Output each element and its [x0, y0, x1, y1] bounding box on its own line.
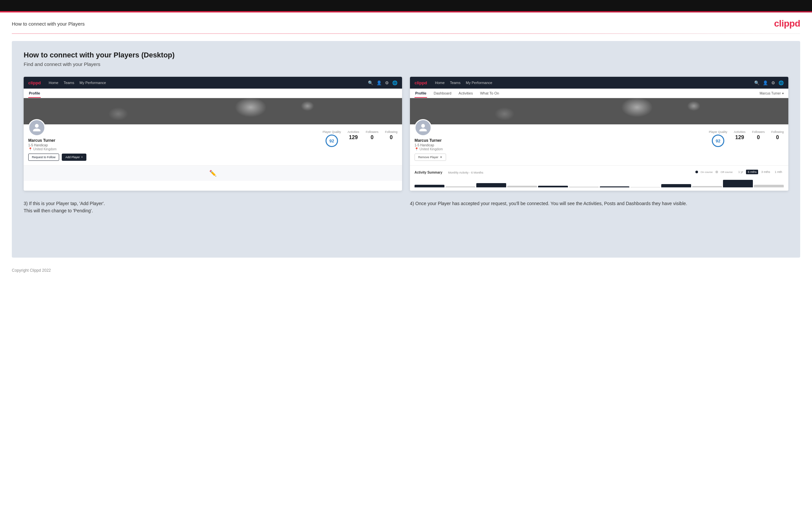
- close-icon-2: ✕: [440, 156, 443, 159]
- description-step3: 3) If this is your Player tap, 'Add Play…: [23, 200, 402, 215]
- stats-row-2: Player Quality 92 Activities 129 Followe…: [709, 130, 784, 147]
- avatar-icon-2: [418, 123, 428, 132]
- player-name-1: Marcus Turner: [28, 138, 86, 143]
- quality-stat-2: Player Quality 92: [709, 130, 727, 147]
- stats-row-1: Player Quality 92 Activities 129 Followe…: [322, 130, 398, 147]
- globe-icon-1[interactable]: 🌐: [392, 80, 398, 85]
- add-player-button-1[interactable]: Add Player +: [62, 154, 86, 161]
- player-location-2: 📍 United Kingdom: [414, 147, 446, 151]
- oncourse-dot: [695, 171, 698, 173]
- player-location-1: 📍 United Kingdom: [28, 147, 86, 151]
- follow-button-1[interactable]: Request to Follow: [28, 154, 59, 161]
- followers-stat-2: Followers 0: [752, 130, 765, 140]
- chart-bar-off-6: [754, 185, 784, 187]
- nav-home-1[interactable]: Home: [49, 81, 58, 84]
- settings-icon-2[interactable]: ⚙: [771, 80, 775, 85]
- player-name-2: Marcus Turner: [414, 138, 446, 143]
- section-subtitle: Find and connect with your Players: [23, 61, 789, 67]
- top-bar-stripe: [0, 11, 812, 12]
- action-buttons-2: Remove Player ✕: [414, 154, 446, 161]
- activity-subtitle-2: Monthly Activity - 6 Months: [448, 171, 483, 174]
- chart-bar-off-1: [445, 186, 475, 187]
- profile-info-2: Marcus Turner 1-5 Handicap 📍 United King…: [410, 124, 789, 165]
- player-handicap-2: 1-5 Handicap: [414, 144, 446, 147]
- page-header: How to connect with your Players clippd: [0, 12, 812, 34]
- app-tabs-2: Profile Dashboard Activities What To On …: [410, 89, 789, 98]
- tab-profile-2[interactable]: Profile: [414, 89, 427, 98]
- mini-chart-2: [414, 177, 784, 187]
- page-title: How to connect with your Players: [12, 21, 85, 26]
- chart-bar-6: [723, 180, 753, 187]
- activity-filters-2: 1 yr 6 mths 3 mths 1 mth: [737, 170, 784, 174]
- brand-logo: clippd: [774, 18, 800, 29]
- legend-2: On course Off course: [695, 171, 733, 174]
- chart-bar-off-2: [507, 186, 537, 187]
- player-handicap-1: 1-5 Handicap: [28, 144, 86, 147]
- tab-dashboard-2[interactable]: Dashboard: [433, 89, 452, 98]
- screenshots-row: clippd Home Teams My Performance 🔍 👤 ⚙ 🌐…: [23, 77, 789, 191]
- followers-stat-1: Followers 0: [366, 130, 378, 140]
- user-icon-1[interactable]: 👤: [376, 80, 382, 85]
- filter-1mth[interactable]: 1 mth: [773, 170, 784, 174]
- plus-icon-1: +: [81, 156, 83, 159]
- globe-icon-2[interactable]: 🌐: [778, 80, 784, 85]
- nav-icons-1: 🔍 👤 ⚙ 🌐: [368, 80, 398, 85]
- nav-icons-2: 🔍 👤 ⚙ 🌐: [754, 80, 784, 85]
- avatar-2: [414, 119, 432, 136]
- tab-what-to-on-2[interactable]: What To On: [479, 89, 500, 98]
- location-icon-1: 📍: [28, 147, 32, 151]
- following-stat-2: Following 0: [771, 130, 784, 140]
- app-nav-1: clippd Home Teams My Performance 🔍 👤 ⚙ 🌐: [23, 77, 402, 89]
- header-divider: [12, 34, 800, 34]
- nav-logo-2: clippd: [414, 80, 427, 85]
- user-icon-2[interactable]: 👤: [763, 80, 768, 85]
- screenshot-1: clippd Home Teams My Performance 🔍 👤 ⚙ 🌐…: [23, 77, 402, 191]
- search-icon-2[interactable]: 🔍: [754, 80, 759, 85]
- quality-circle-1: 92: [325, 134, 338, 147]
- location-icon-2: 📍: [414, 147, 418, 151]
- tab-activities-2[interactable]: Activities: [458, 89, 473, 98]
- chart-bar-2: [476, 183, 506, 187]
- profile-banner-2: [410, 98, 789, 124]
- chart-bar-off-3: [569, 187, 599, 187]
- main-content: How to connect with your Players (Deskto…: [12, 41, 800, 258]
- copyright-text: Copyright Clippd 2022: [12, 268, 51, 273]
- app-tabs-1: Profile: [23, 89, 402, 98]
- descriptions-row: 3) If this is your Player tap, 'Add Play…: [23, 200, 789, 215]
- screenshot-2: clippd Home Teams My Performance 🔍 👤 ⚙ 🌐…: [410, 77, 789, 191]
- nav-teams-2[interactable]: Teams: [450, 81, 461, 84]
- activity-summary-2: Activity Summary Monthly Activity - 6 Mo…: [410, 165, 789, 191]
- search-icon-1[interactable]: 🔍: [368, 80, 373, 85]
- nav-my-performance-1[interactable]: My Performance: [80, 81, 106, 84]
- chart-bar-1: [414, 185, 445, 187]
- nav-logo-1: clippd: [28, 80, 41, 85]
- settings-icon-1[interactable]: ⚙: [385, 80, 389, 85]
- page-footer: Copyright Clippd 2022: [0, 265, 812, 278]
- chart-bar-5: [661, 184, 691, 187]
- tab-profile-1[interactable]: Profile: [28, 89, 41, 98]
- avatar-1: [28, 119, 45, 136]
- profile-info-1: Marcus Turner 1-5 Handicap 📍 United King…: [23, 124, 402, 165]
- activity-title-2: Activity Summary: [414, 171, 442, 174]
- player-select-2[interactable]: Marcus Turner ▾: [760, 89, 784, 98]
- action-buttons-1: Request to Follow Add Player +: [28, 154, 86, 161]
- section-title: How to connect with your Players (Deskto…: [23, 51, 789, 59]
- activity-header-2: Activity Summary Monthly Activity - 6 Mo…: [414, 169, 784, 175]
- nav-my-performance-2[interactable]: My Performance: [466, 81, 492, 84]
- filter-6mths[interactable]: 6 mths: [746, 170, 758, 174]
- description-step4: 4) Once your Player has accepted your re…: [410, 200, 789, 215]
- chevron-down-icon-2: ▾: [782, 92, 784, 95]
- edit-icon-1: ✏️: [209, 170, 216, 177]
- avatar-icon-1: [32, 123, 41, 132]
- nav-home-2[interactable]: Home: [435, 81, 445, 84]
- offcourse-dot: [715, 171, 718, 173]
- remove-player-button-2[interactable]: Remove Player ✕: [414, 154, 446, 161]
- following-stat-1: Following 0: [385, 130, 398, 140]
- nav-teams-1[interactable]: Teams: [64, 81, 74, 84]
- chart-bar-off-4: [630, 187, 660, 187]
- filter-3mths[interactable]: 3 mths: [759, 170, 772, 174]
- quality-stat-1: Player Quality 92: [322, 130, 341, 147]
- activities-stat-2: Activities 129: [734, 130, 746, 140]
- app-nav-2: clippd Home Teams My Performance 🔍 👤 ⚙ 🌐: [410, 77, 789, 89]
- filter-1yr[interactable]: 1 yr: [737, 170, 745, 174]
